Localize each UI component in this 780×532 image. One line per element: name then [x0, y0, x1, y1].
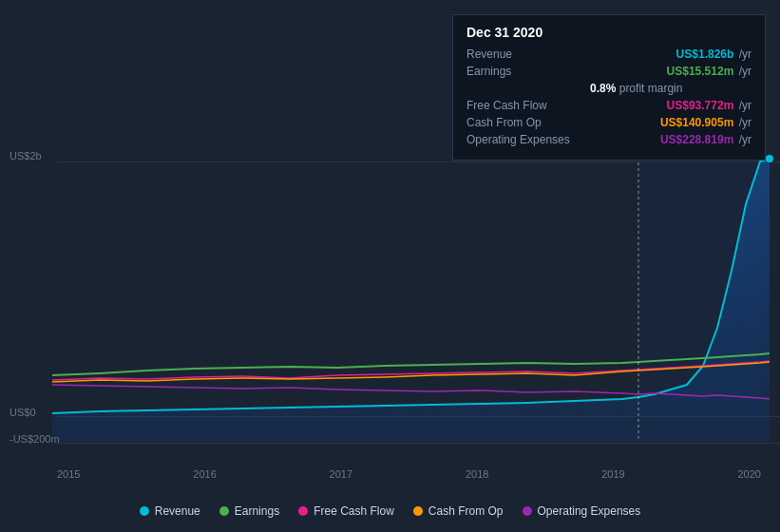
- legend-label-cashfromop: Cash From Op: [428, 504, 504, 518]
- x-label-2020: 2020: [737, 468, 760, 480]
- tooltip-label-revenue: Revenue: [466, 48, 590, 61]
- tooltip-row-cashfromop: Cash From Op US$140.905m /yr: [466, 116, 751, 129]
- x-axis: 2015 2016 2017 2018 2019 2020: [57, 468, 780, 480]
- y-axis-label-0: US$0: [10, 407, 36, 418]
- legend-item-revenue[interactable]: Revenue: [140, 504, 200, 518]
- legend-dot-fcf: [298, 506, 308, 516]
- tooltip-value-revenue: US$1.826b /yr: [676, 48, 751, 61]
- main-chart-svg: [52, 157, 770, 442]
- legend-dot-revenue: [140, 506, 149, 516]
- tooltip-value-cashfromop: US$140.905m /yr: [660, 116, 751, 129]
- profit-margin-label: profit margin: [619, 82, 683, 95]
- legend-label-fcf: Free Cash Flow: [314, 504, 394, 518]
- y-axis-label-2b: US$2b: [10, 150, 42, 162]
- earnings-amount: US$15.512m: [667, 65, 734, 78]
- fcf-unit: /yr: [739, 99, 751, 112]
- tooltip-value-opex: US$228.819m /yr: [660, 133, 751, 146]
- tooltip-value-fcf: US$93.772m /yr: [667, 99, 751, 112]
- legend-label-opex: Operating Expenses: [538, 504, 641, 518]
- cashfromop-unit: /yr: [739, 116, 751, 129]
- legend-label-revenue: Revenue: [155, 504, 200, 518]
- grid-line-bottom: [57, 443, 780, 444]
- chart-legend: Revenue Earnings Free Cash Flow Cash Fro…: [0, 504, 780, 518]
- tooltip-title: Dec 31 2020: [466, 25, 751, 40]
- legend-dot-opex: [523, 506, 532, 516]
- revenue-area: [52, 157, 770, 442]
- earnings-line: [52, 353, 770, 375]
- opex-amount: US$228.819m: [660, 133, 733, 146]
- chart-container: Dec 31 2020 Revenue US$1.826b /yr Earnin…: [0, 0, 780, 532]
- tooltip-label-cashfromop: Cash From Op: [466, 116, 590, 129]
- tooltip-row-opex: Operating Expenses US$228.819m /yr: [466, 133, 751, 146]
- profit-margin-value: 0.8%: [590, 82, 616, 95]
- tooltip-value-earnings: US$15.512m /yr: [667, 65, 751, 78]
- tooltip-label-opex: Operating Expenses: [466, 133, 590, 146]
- legend-dot-earnings: [219, 506, 229, 516]
- legend-item-cashfromop[interactable]: Cash From Op: [413, 504, 504, 518]
- x-label-2017: 2017: [330, 468, 352, 480]
- profit-margin-row: 0.8% profit margin: [466, 82, 751, 95]
- cashfromop-amount: US$140.905m: [660, 116, 733, 129]
- tooltip-row-fcf: Free Cash Flow US$93.772m /yr: [466, 99, 751, 112]
- fcf-amount: US$93.772m: [667, 99, 734, 112]
- tooltip-row-earnings: Earnings US$15.512m /yr: [466, 65, 751, 78]
- legend-item-fcf[interactable]: Free Cash Flow: [298, 504, 394, 518]
- x-label-2018: 2018: [466, 468, 488, 480]
- revenue-unit: /yr: [739, 48, 751, 61]
- tooltip-label-earnings: Earnings: [466, 65, 590, 78]
- opex-unit: /yr: [739, 133, 751, 146]
- legend-item-earnings[interactable]: Earnings: [219, 504, 279, 518]
- revenue-dot: [766, 155, 773, 162]
- legend-dot-cashfromop: [413, 506, 423, 516]
- earnings-unit: /yr: [739, 65, 751, 78]
- tooltip-box: Dec 31 2020 Revenue US$1.826b /yr Earnin…: [452, 14, 766, 161]
- revenue-line: [52, 159, 770, 413]
- legend-label-earnings: Earnings: [235, 504, 279, 518]
- x-label-2015: 2015: [57, 468, 80, 480]
- x-label-2016: 2016: [193, 468, 216, 480]
- revenue-amount: US$1.826b: [676, 48, 734, 61]
- tooltip-label-fcf: Free Cash Flow: [466, 99, 590, 112]
- tooltip-row-revenue: Revenue US$1.826b /yr: [466, 48, 751, 61]
- legend-item-opex[interactable]: Operating Expenses: [523, 504, 641, 518]
- x-label-2019: 2019: [601, 468, 624, 480]
